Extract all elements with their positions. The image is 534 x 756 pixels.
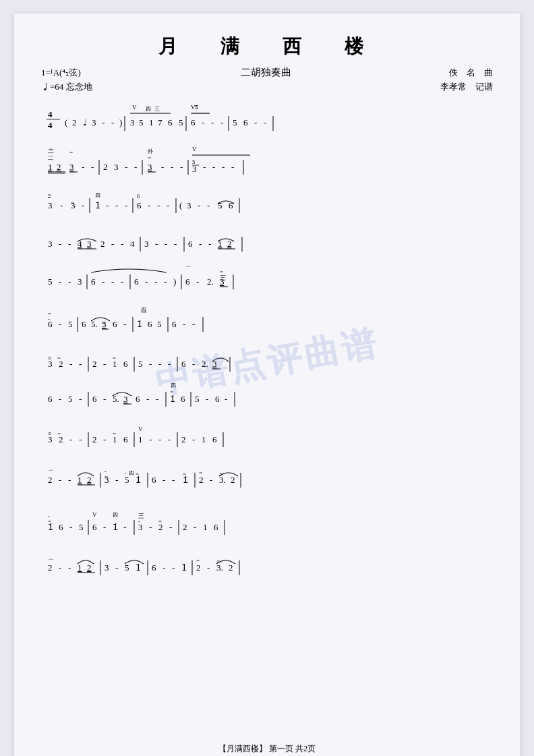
svg-text:2: 2: [59, 434, 63, 444]
svg-text:三: 三: [154, 106, 160, 112]
svg-text:-: -: [156, 394, 158, 404]
tempo: ♩=64 忘念地: [41, 80, 92, 94]
svg-text:-: -: [111, 117, 114, 127]
svg-text:6: 6: [48, 394, 53, 404]
svg-text:5: 5: [233, 117, 237, 127]
svg-text:四: 四: [129, 470, 134, 476]
svg-text:四: 四: [146, 106, 151, 112]
svg-text:6: 6: [82, 319, 86, 329]
svg-text:1: 1: [78, 475, 82, 485]
svg-text:6: 6: [214, 522, 218, 532]
svg-text:2: 2: [158, 522, 163, 532]
svg-text:-: -: [208, 239, 211, 249]
svg-text:四: 四: [113, 512, 118, 518]
svg-text:-: -: [82, 200, 84, 210]
svg-text:⌒: ⌒: [185, 266, 191, 272]
svg-text:-: -: [172, 562, 175, 573]
svg-text:3: 3: [212, 359, 217, 369]
svg-text:-: -: [134, 162, 137, 172]
svg-text:-: -: [210, 475, 212, 485]
svg-text:二: 二: [48, 148, 54, 154]
svg-text:6: 6: [123, 434, 128, 444]
svg-text:3: 3: [69, 162, 74, 172]
svg-text:-: -: [231, 162, 234, 172]
svg-text:-: -: [162, 562, 165, 573]
svg-text:2.: 2.: [202, 359, 208, 369]
svg-text:-: -: [125, 200, 127, 210]
svg-text:5: 5: [68, 394, 73, 404]
svg-text:-: -: [162, 475, 165, 485]
svg-text:-: -: [168, 434, 171, 444]
svg-text:-: -: [68, 277, 71, 287]
svg-text:2: 2: [199, 475, 204, 485]
svg-text:-: -: [103, 522, 106, 532]
svg-text:-: -: [68, 562, 71, 573]
svg-text:-: -: [168, 359, 171, 369]
svg-text:-: -: [82, 162, 84, 172]
svg-text:3: 3: [48, 200, 53, 210]
svg-text:-: -: [207, 200, 210, 210]
svg-text:5: 5: [125, 562, 129, 573]
svg-text:-: -: [121, 239, 123, 249]
svg-text:5̄: 5̄: [195, 105, 198, 111]
svg-text:V: V: [132, 104, 137, 111]
svg-text:-: -: [164, 277, 167, 287]
svg-text:6: 6: [137, 194, 140, 200]
svg-text:6: 6: [181, 359, 186, 369]
svg-text:5: 5: [79, 522, 84, 532]
composer: 佚 名 曲: [440, 66, 493, 80]
svg-text:6: 6: [48, 319, 53, 329]
svg-text:4: 4: [78, 239, 82, 249]
svg-text:-: -: [180, 162, 183, 172]
svg-text:-: -: [68, 475, 71, 485]
svg-text:-: -: [196, 277, 199, 287]
svg-text:-: -: [123, 319, 126, 329]
svg-text:2: 2: [196, 562, 201, 573]
svg-text:外: 外: [148, 148, 153, 154]
svg-text:-: -: [59, 277, 61, 287]
svg-text:2.: 2.: [207, 277, 214, 287]
svg-text:-: -: [115, 475, 118, 485]
svg-text:6: 6: [136, 394, 140, 404]
svg-text:-: -: [202, 117, 204, 127]
svg-text:3: 3: [48, 239, 53, 249]
svg-text:V: V: [138, 426, 143, 432]
svg-text:3: 3: [187, 200, 191, 210]
svg-text:3: 3: [220, 277, 225, 287]
svg-text:7: 7: [158, 117, 162, 127]
svg-text:2: 2: [103, 162, 108, 172]
svg-text:-: -: [192, 319, 195, 329]
svg-text:-: -: [103, 434, 106, 444]
svg-text:-: -: [79, 394, 82, 404]
svg-text:5: 5: [68, 319, 73, 329]
svg-text:-: -: [264, 117, 266, 127]
svg-text:2: 2: [48, 475, 53, 485]
svg-text:6: 6: [59, 522, 63, 532]
svg-text:=: =: [48, 192, 51, 198]
svg-text:4: 4: [130, 239, 135, 249]
svg-text:5: 5: [139, 117, 144, 127]
svg-text:-: -: [155, 239, 158, 249]
svg-text:1̇: 1̇: [181, 562, 187, 573]
svg-text:3: 3: [148, 162, 152, 172]
svg-text:-: -: [79, 434, 82, 444]
svg-text:3: 3: [138, 522, 143, 532]
svg-text:2: 2: [87, 562, 92, 573]
svg-text:2: 2: [231, 475, 235, 485]
svg-text:6: 6: [215, 394, 220, 404]
svg-text:3: 3: [87, 239, 92, 249]
composer-info: 佚 名 曲 李孝常 记谱: [440, 66, 493, 94]
svg-text:3: 3: [123, 394, 128, 404]
svg-text:2: 2: [92, 359, 97, 369]
svg-text:-: -: [161, 162, 164, 172]
svg-text:1̇: 1̇: [136, 562, 141, 573]
svg-text:6: 6: [229, 200, 233, 210]
svg-text:6: 6: [148, 319, 152, 329]
svg-text:-: -: [79, 359, 82, 369]
svg-text:-: -: [158, 434, 161, 444]
svg-text:6: 6: [123, 359, 128, 369]
svg-text:5: 5: [218, 200, 222, 210]
svg-text:1: 1: [218, 239, 222, 249]
svg-text:-: -: [91, 162, 94, 172]
svg-text:1: 1: [149, 117, 154, 127]
